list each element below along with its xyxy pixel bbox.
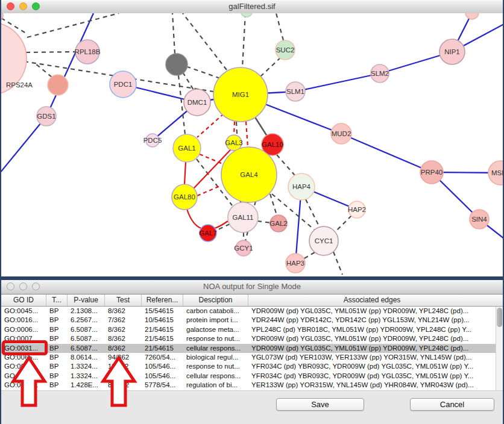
table-cell: GO:0050... [1, 381, 46, 390]
node-label: MIG1 [232, 91, 249, 98]
table-cell: YDR009W (pd) YGL035C, YML051W (pp) YDR00… [248, 344, 496, 353]
table-cell: GO:0031... [1, 362, 46, 371]
table-cell: biological regul... [183, 353, 248, 362]
table-cell: protein import i... [183, 316, 248, 325]
column-header-go-id[interactable]: GO ID [1, 295, 46, 306]
table-row[interactable]: GO:0016...BP6.2567...7/36210/54615protei… [1, 316, 496, 325]
table-cell: GO:0031... [1, 372, 46, 381]
node-unlabeled[interactable] [166, 54, 187, 75]
table-cell: 6.5087... [68, 325, 105, 334]
edge [276, 13, 283, 40]
edge [26, 52, 75, 52]
edge [277, 155, 295, 175]
table-cell: BP [46, 381, 68, 390]
table-cell: BP [46, 372, 68, 381]
node-label: RPS24A [6, 81, 33, 89]
edge [187, 67, 220, 78]
table-cell: 15/54615 [142, 307, 183, 316]
table-row[interactable]: GO:0007...BP6.5087...8/36221/54615respon… [1, 334, 496, 343]
edge [246, 122, 248, 147]
table-cell: regulation of bi... [183, 381, 248, 390]
noa-window-titlebar[interactable]: NOA output for Single Mode [1, 280, 503, 295]
table-cell: response to nut... [183, 362, 248, 371]
table-cell: 8/362 [105, 307, 142, 316]
table-cell: BP [46, 344, 68, 353]
table-cell: YGL073W (pd) YER103W, YER133W (pp) YOR31… [248, 353, 496, 362]
table-cell: 105/546... [142, 362, 183, 371]
table-cell: YPL248C (pd) YBR018C, YML051W (pp) YDR00… [248, 325, 496, 334]
node-unlabeled[interactable] [241, 13, 253, 17]
table-cell: YFR034C (pd) YBR093C, YDR009W (pd) YGL03… [248, 372, 496, 381]
node-label: HAP3 [286, 260, 304, 267]
network-window-title: galFiltered.sif [1, 2, 503, 11]
node-label: SLM2 [371, 70, 389, 77]
table-cell: GO:0007... [1, 334, 46, 343]
network-graph: RPL18BRPS24AGDS1PDC1MIG1SUC2SLM1NIP1SLM2… [1, 13, 503, 276]
table-cell: GO:0006... [1, 325, 46, 334]
column-header-desciption[interactable]: Desciption [183, 295, 248, 306]
table-cell: 21/54615 [142, 344, 183, 353]
node-unlabeled[interactable] [465, 13, 479, 19]
button-bar: Save Cancel [1, 390, 503, 424]
table-cell: YDR009W (pd) YGL035C, YML051W (pp) YDR00… [248, 334, 496, 343]
table-row[interactable]: GO:0031...BP6.5087...8/36221/54615cellul… [1, 344, 496, 353]
column-header-associated-edges[interactable]: Associated edges [248, 295, 496, 306]
edge [234, 122, 235, 135]
scrollbar-thumb[interactable] [497, 308, 502, 327]
node-label: MSL1 [491, 169, 503, 176]
table-cell: YDR244W (pp) YDR142C, YDR142C (pp) YGL15… [248, 316, 496, 325]
node-label: MUD2 [332, 130, 351, 137]
table-cell: 6.2567... [68, 316, 105, 325]
table-cell: 8/362 [105, 334, 142, 343]
edge [197, 186, 221, 196]
noa-window-title: NOA output for Single Mode [1, 282, 503, 291]
table-cell: BP [46, 362, 68, 371]
table-cell: 1.428E... [68, 381, 105, 390]
table-row[interactable]: GO:0045...BP2.1308...8/36215/54615carbon… [1, 307, 496, 316]
edge [306, 199, 320, 227]
edge [260, 58, 280, 76]
node-RPS24A[interactable] [48, 75, 68, 95]
edge [335, 216, 351, 232]
cancel-button[interactable]: Cancel [410, 398, 494, 411]
node-unlabeled[interactable] [1, 13, 3, 21]
network-canvas[interactable]: RPL18BRPS24AGDS1PDC1MIG1SUC2SLM1NIP1SLM2… [1, 13, 503, 276]
table-cell: 8.0614... [68, 353, 105, 362]
table-cell: 5778/54... [142, 381, 183, 390]
vertical-scrollbar[interactable] [496, 307, 503, 390]
node-label: SUC2 [276, 46, 295, 54]
node-label: GAL11 [233, 214, 254, 221]
edge [200, 154, 222, 164]
table-row[interactable]: GO:0050...BP1.428E...80/3625778/54...reg… [1, 381, 496, 390]
table-header: GO IDT...P-valueTestReferen...Desciption… [1, 295, 503, 307]
table-cell: 1.3324... [68, 372, 105, 381]
network-window-titlebar[interactable]: galFiltered.sif [1, 0, 503, 14]
table-cell: 21/54615 [142, 325, 183, 334]
noa-output-window: NOA output for Single Mode GO IDT...P-va… [1, 280, 503, 424]
edge [197, 114, 224, 137]
table-row[interactable]: GO:0006...BP6.5087...8/36221/54615galact… [1, 325, 496, 334]
table-cell: BP [46, 334, 68, 343]
table-row[interactable]: GO:0031...BP1.3324...11/362105/546...cel… [1, 372, 496, 381]
column-header-p-value[interactable]: P-value [68, 295, 105, 306]
table-row[interactable]: GO:0065...BP8.0614...94/3627260/54...bio… [1, 353, 496, 362]
table-cell: GO:0031... [1, 344, 46, 353]
table-cell: galactose meta... [183, 325, 248, 334]
edge [46, 13, 93, 116]
node-label: GAL1 [178, 145, 195, 152]
column-header-t-[interactable]: T... [46, 295, 68, 306]
node-label: RPL18B [75, 48, 101, 55]
table-cell: 8/362 [105, 325, 142, 334]
table-cell: GO:0045... [1, 307, 46, 316]
column-header-referen-[interactable]: Referen... [142, 295, 183, 306]
table-cell: YER133W (pp) YOR315W, YNL145W (pd) YHR08… [248, 381, 496, 390]
node-label: GAL10 [262, 141, 283, 148]
node-label: GAL7 [199, 229, 216, 237]
table-cell: carbon cataboli... [183, 307, 248, 316]
table-row[interactable]: GO:0031...BP1.3324...11/362105/546...res… [1, 362, 496, 371]
column-header-test[interactable]: Test [105, 295, 142, 306]
edge [295, 73, 380, 92]
edge [270, 194, 277, 215]
edge [341, 134, 432, 172]
save-button[interactable]: Save [276, 398, 364, 411]
